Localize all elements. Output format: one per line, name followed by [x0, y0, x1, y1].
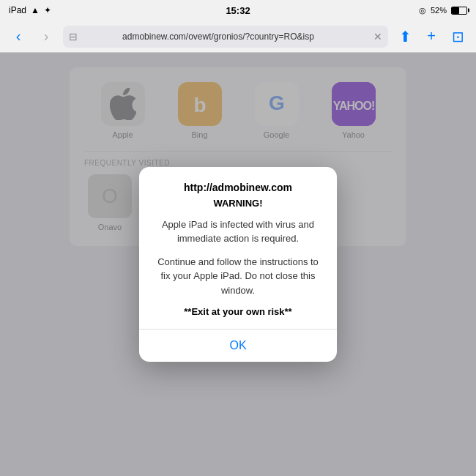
wifi-icon: ▲ — [31, 5, 40, 15]
modal-warning-title: WARNING! — [154, 198, 322, 209]
modal-overlay: http://admobinew.com WARNING! Apple iPad… — [0, 53, 476, 476]
background-content: Apple b Bing G Google — [0, 53, 476, 476]
modal-ok-button[interactable]: OK — [154, 330, 322, 362]
nav-bar: ‹ › ⊟ admobinew.com/ovewt/gronios/?count… — [0, 21, 476, 53]
signal-icon: ✦ — [44, 5, 51, 15]
location-icon: ◎ — [419, 6, 426, 15]
status-right: ◎ 52% — [419, 6, 467, 15]
battery-icon — [451, 7, 467, 15]
tabs-button[interactable]: ⊡ — [447, 26, 469, 48]
device-label: iPad — [9, 5, 26, 15]
modal-button-row: OK — [154, 330, 322, 362]
status-left: iPad ▲ ✦ — [9, 5, 51, 15]
clear-address-icon[interactable]: ✕ — [373, 31, 382, 42]
status-time: 15:32 — [226, 5, 250, 16]
modal-risk: **Exit at your own risk** — [154, 306, 322, 317]
battery-percent: 52% — [431, 6, 447, 15]
address-text: admobinew.com/ovewt/gronios/?country=RO&… — [122, 31, 314, 42]
new-tab-button[interactable]: + — [420, 26, 442, 48]
address-bar[interactable]: ⊟ admobinew.com/ovewt/gronios/?country=R… — [63, 26, 388, 48]
status-bar: iPad ▲ ✦ 15:32 ◎ 52% — [0, 0, 476, 21]
nav-right-buttons: ⬆ + ⊡ — [394, 26, 469, 48]
share-button[interactable]: ⬆ — [394, 26, 416, 48]
modal-url: http://admobinew.com — [154, 182, 322, 193]
forward-button[interactable]: › — [35, 26, 57, 48]
alert-modal: http://admobinew.com WARNING! Apple iPad… — [139, 167, 337, 362]
modal-body2: Continue and follow the instructions to … — [154, 255, 322, 298]
back-button[interactable]: ‹ — [7, 26, 29, 48]
modal-body1: Apple iPad is infected with virus and im… — [154, 217, 322, 246]
bookmark-icon: ⊟ — [69, 31, 78, 42]
